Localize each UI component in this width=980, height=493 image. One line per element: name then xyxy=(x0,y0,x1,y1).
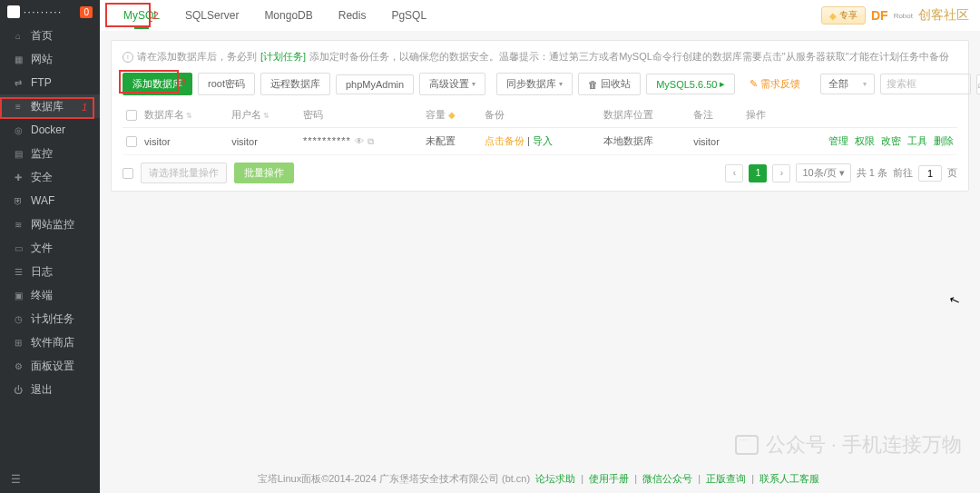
cell-pwd: **********👁⧉ xyxy=(299,128,422,155)
tab-sqlserver[interactable]: SQLServer xyxy=(172,0,251,31)
ftp-icon: ⇄ xyxy=(13,77,24,88)
footer-link-manual[interactable]: 使用手册 xyxy=(589,473,629,484)
page-prev[interactable]: ‹ xyxy=(725,164,743,182)
sidebar-item-label: 安全 xyxy=(31,170,53,185)
sidebar-item-label: FTP xyxy=(31,76,52,89)
copy-icon[interactable]: ⧉ xyxy=(368,136,374,146)
footer-link-wechat[interactable]: 微信公众号 xyxy=(642,473,692,484)
sidebar-item-files[interactable]: ▭文件 xyxy=(0,236,100,260)
chevron-down-icon: ▾ xyxy=(559,80,563,88)
sidebar-item-label: 日志 xyxy=(31,264,53,280)
sidebar-item-label: 网站 xyxy=(31,52,53,67)
sidebar-item-waf[interactable]: ⛨WAF xyxy=(0,189,100,212)
feedback-button[interactable]: ✎需求反馈 xyxy=(740,74,809,94)
sort-icon: ⇅ xyxy=(263,112,270,120)
root-password-button[interactable]: root密码 xyxy=(198,73,255,95)
select-all-checkbox[interactable] xyxy=(126,110,137,121)
batch-select[interactable]: 请选择批量操作 xyxy=(141,163,227,183)
row-checkbox[interactable] xyxy=(126,136,137,147)
cell-quota[interactable]: 未配置 xyxy=(422,128,481,155)
sidebar-item-label: 退出 xyxy=(31,382,53,398)
recycle-bin-button[interactable]: 🗑回收站 xyxy=(578,73,641,95)
sidebar-item-logout[interactable]: ⏻退出 xyxy=(0,378,100,401)
page-next[interactable]: › xyxy=(772,164,790,182)
feedback-label: 需求反馈 xyxy=(760,77,800,91)
eye-icon[interactable]: 👁 xyxy=(355,136,364,146)
sidebar-item-store[interactable]: ⊞软件商店 xyxy=(0,330,100,354)
tab-pgsql[interactable]: PgSQL xyxy=(378,0,439,31)
sidebar-item-label: 面板设置 xyxy=(31,359,74,374)
logout-icon: ⏻ xyxy=(13,384,24,395)
op-tools[interactable]: 工具 xyxy=(907,135,927,146)
chevron-down-icon: ▾ xyxy=(839,167,845,179)
tab-mongodb[interactable]: MongoDB xyxy=(251,0,325,31)
cell-ops: 管理 权限 改密 工具 删除 xyxy=(742,128,957,155)
cron-icon: ◷ xyxy=(13,313,24,324)
op-delete[interactable]: 删除 xyxy=(934,135,954,146)
sidebar-item-settings[interactable]: ⚙面板设置 xyxy=(0,354,100,378)
tab-mysql[interactable]: MySQL xyxy=(111,0,172,31)
sidebar-item-website[interactable]: ▦网站 xyxy=(0,47,100,71)
sidebar-item-label: 软件商店 xyxy=(31,335,74,350)
sidebar-item-ftp[interactable]: ⇄FTP xyxy=(0,71,100,94)
cell-remark[interactable]: visitor xyxy=(690,128,742,155)
footer-link-verify[interactable]: 正版查询 xyxy=(706,473,746,484)
sidebar-item-logs[interactable]: ☰日志 xyxy=(0,260,100,283)
toolbar: 添加数据库 root密码 远程数据库 phpMyAdmin 高级设置▾ 同步数据… xyxy=(122,73,957,95)
sidebar-item-sitemonitor[interactable]: ≋网站监控 xyxy=(0,212,100,236)
page-current[interactable]: 1 xyxy=(749,164,767,182)
sidebar-item-database[interactable]: ≡数据库 xyxy=(0,94,100,118)
vip-label: 专享 xyxy=(839,9,858,22)
vip-button[interactable]: ◆专享 xyxy=(821,6,866,25)
sidebar-item-home[interactable]: ⌂首页 xyxy=(0,24,100,47)
sidebar-item-cron[interactable]: ◷计划任务 xyxy=(0,307,100,330)
logs-icon: ☰ xyxy=(13,266,24,277)
batch-checkbox[interactable] xyxy=(122,168,133,179)
mysql-version-button[interactable]: MySQL5.6.50▸ xyxy=(646,74,735,94)
per-page-select[interactable]: 10条/页▾ xyxy=(796,163,850,182)
sidebar-item-label: 网站监控 xyxy=(31,217,74,232)
footer-link-forum[interactable]: 论坛求助 xyxy=(535,473,575,484)
col-backup: 备份 xyxy=(481,103,600,128)
phpmyadmin-button[interactable]: phpMyAdmin xyxy=(336,74,414,94)
diamond-icon: ◆ xyxy=(829,11,837,21)
search-button[interactable]: ⌕ xyxy=(976,74,980,94)
sidebar-item-terminal[interactable]: ▣终端 xyxy=(0,283,100,307)
db-tabs: MySQL SQLServer MongoDB Redis PgSQL ◆专享 … xyxy=(100,0,980,31)
tab-redis[interactable]: Redis xyxy=(326,0,379,31)
info-link-cron[interactable]: [计划任务] xyxy=(260,50,306,64)
import-link[interactable]: 导入 xyxy=(533,135,553,146)
goto-input[interactable] xyxy=(918,165,942,182)
recycle-label: 回收站 xyxy=(601,77,631,91)
op-changepw[interactable]: 改密 xyxy=(881,135,901,146)
col-remark: 备注 xyxy=(690,103,742,128)
docker-icon: ◎ xyxy=(13,124,24,135)
notification-badge[interactable]: 0 xyxy=(80,6,93,18)
backup-link[interactable]: 点击备份 xyxy=(485,135,524,146)
sidebar-collapse-icon[interactable]: ☰ xyxy=(11,473,21,486)
play-icon: ▸ xyxy=(720,78,725,90)
op-perm[interactable]: 权限 xyxy=(855,135,875,146)
add-database-button[interactable]: 添加数据库 xyxy=(122,73,192,95)
database-icon: ≡ xyxy=(13,101,24,112)
sidebar-item-docker[interactable]: ◎Docker xyxy=(0,118,100,142)
brand-logo-sub: Robot xyxy=(894,12,913,20)
op-manage[interactable]: 管理 xyxy=(828,135,848,146)
batch-button[interactable]: 批量操作 xyxy=(234,163,294,183)
edit-icon: ✎ xyxy=(750,78,758,90)
sidebar-item-security[interactable]: ✚安全 xyxy=(0,165,100,189)
waf-icon: ⛨ xyxy=(13,195,24,206)
advanced-settings-button[interactable]: 高级设置▾ xyxy=(419,73,485,95)
search-input[interactable]: 搜索框 xyxy=(880,74,971,94)
col-name[interactable]: 数据库名⇅ xyxy=(141,103,228,128)
sync-db-button[interactable]: 同步数据库▾ xyxy=(496,73,573,95)
footer-link-support[interactable]: 联系人工客服 xyxy=(760,473,819,484)
wechat-icon xyxy=(735,435,759,455)
remote-db-button[interactable]: 远程数据库 xyxy=(260,73,330,95)
col-user[interactable]: 用户名⇅ xyxy=(228,103,299,128)
sidebar-item-monitor[interactable]: ▤监控 xyxy=(0,142,100,165)
filter-label: 全部 xyxy=(828,77,848,91)
filter-select[interactable]: 全部▾ xyxy=(820,74,875,94)
brand-logo-df: DF xyxy=(871,8,888,23)
watermark: 公众号 · 手机连接万物 xyxy=(735,431,962,458)
